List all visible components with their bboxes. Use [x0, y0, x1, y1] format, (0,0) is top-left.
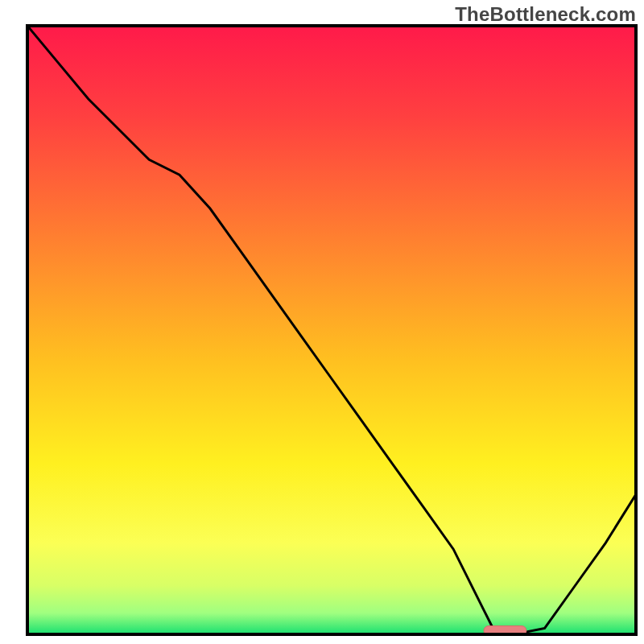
bottleneck-chart: TheBottleneck.com: [0, 0, 644, 644]
chart-svg: [0, 0, 644, 644]
watermark-text: TheBottleneck.com: [455, 3, 636, 26]
plot-area: [27, 26, 636, 635]
gradient-background: [27, 26, 636, 634]
